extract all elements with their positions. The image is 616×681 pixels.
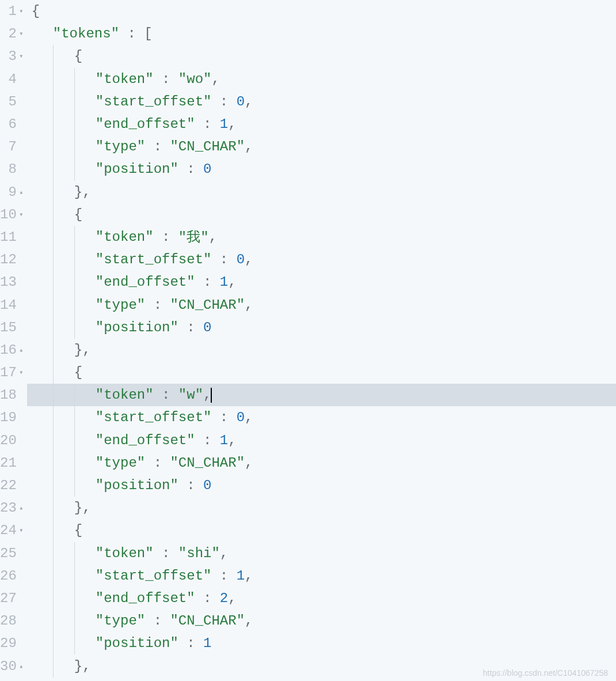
- code-line[interactable]: },: [27, 339, 616, 361]
- code-editor[interactable]: 1▾2▾3▾456789▴10▾111213141516▴17▾18192021…: [0, 0, 616, 681]
- gutter-row: 9▴: [0, 181, 27, 203]
- code-line[interactable]: {: [27, 361, 616, 384]
- indent-guide: [53, 406, 74, 429]
- indent-guide: [74, 158, 96, 180]
- indent-guide: [53, 135, 74, 158]
- indent-guide: [74, 226, 96, 248]
- code-token: },: [74, 659, 91, 674]
- indent-guide: [74, 565, 96, 587]
- code-token: :: [154, 387, 178, 403]
- line-number: 4: [8, 71, 16, 87]
- code-line[interactable]: "position" : 0: [27, 316, 616, 339]
- code-token: {: [74, 523, 82, 538]
- indent-guide: [32, 45, 53, 67]
- fold-toggle-icon[interactable]: ▾: [18, 368, 25, 377]
- fold-collapse-up-icon[interactable]: ▴: [18, 188, 25, 196]
- fold-toggle-icon[interactable]: ▾: [18, 7, 25, 16]
- code-line[interactable]: "type" : "CN_CHAR",: [27, 610, 616, 632]
- code-line[interactable]: "start_offset" : 0,: [27, 90, 616, 113]
- code-token: "start_offset": [96, 94, 212, 109]
- gutter-row: 27: [0, 587, 27, 610]
- line-number: 2: [8, 26, 16, 41]
- text-cursor: [211, 388, 212, 403]
- fold-collapse-up-icon[interactable]: ▴: [18, 346, 25, 354]
- code-line[interactable]: },: [27, 497, 616, 519]
- indent-guide: [53, 542, 74, 565]
- code-line[interactable]: "token" : "我",: [27, 226, 616, 248]
- indent-guide: [32, 316, 53, 339]
- indent-guide: [53, 203, 74, 226]
- indent-guide: [32, 181, 53, 203]
- code-line[interactable]: "end_offset" : 1,: [27, 271, 616, 293]
- code-line[interactable]: {: [27, 519, 616, 542]
- gutter-row: 30▴: [0, 654, 27, 677]
- line-number: 23: [0, 500, 17, 516]
- code-line[interactable]: {: [27, 203, 616, 226]
- code-line[interactable]: "type" : "CN_CHAR",: [27, 293, 616, 316]
- indent-guide: [74, 610, 96, 632]
- code-token: 1: [220, 274, 228, 290]
- fold-toggle-icon[interactable]: ▾: [18, 210, 25, 219]
- line-number: 10: [0, 207, 17, 222]
- fold-collapse-up-icon[interactable]: ▴: [18, 504, 25, 512]
- code-token: :: [145, 455, 170, 471]
- code-line[interactable]: "end_offset" : 1,: [27, 429, 616, 452]
- code-token: :: [145, 139, 170, 154]
- code-token: ,: [245, 410, 253, 425]
- code-token: 0: [237, 94, 245, 109]
- fold-toggle-icon[interactable]: ▾: [18, 29, 25, 38]
- code-line[interactable]: },: [27, 181, 616, 203]
- indent-guide: [74, 90, 96, 113]
- code-line[interactable]: "start_offset" : 1,: [27, 565, 616, 587]
- code-line[interactable]: "end_offset" : 2,: [27, 587, 616, 610]
- code-line[interactable]: {: [27, 45, 616, 67]
- indent-guide: [53, 293, 74, 316]
- code-token: :: [154, 229, 178, 245]
- code-token: {: [32, 3, 40, 19]
- code-token: ,: [228, 591, 236, 606]
- indent-guide: [74, 135, 96, 158]
- line-number: 15: [0, 320, 17, 335]
- code-token: "tokens": [53, 26, 119, 41]
- code-token: "我": [178, 228, 209, 246]
- code-line[interactable]: {: [27, 0, 616, 22]
- gutter-row: 16▴: [0, 339, 27, 361]
- code-token: "type": [96, 455, 145, 471]
- indent-guide: [74, 587, 96, 610]
- line-number: 30: [0, 659, 17, 674]
- code-token: "end_offset": [96, 274, 195, 290]
- code-token: "CN_CHAR": [170, 297, 245, 313]
- code-line[interactable]: "position" : 1: [27, 632, 616, 654]
- line-number: 12: [0, 252, 17, 267]
- code-line[interactable]: "token" : "shi",: [27, 542, 616, 565]
- code-line[interactable]: "type" : "CN_CHAR",: [27, 452, 616, 474]
- code-line[interactable]: "end_offset" : 1,: [27, 113, 616, 135]
- code-line[interactable]: "token" : "w",: [27, 384, 616, 406]
- indent-guide: [74, 113, 96, 135]
- code-line[interactable]: "type" : "CN_CHAR",: [27, 135, 616, 158]
- code-line[interactable]: "token" : "wo",: [27, 68, 616, 90]
- fold-toggle-icon[interactable]: ▾: [18, 526, 25, 535]
- code-line[interactable]: "position" : 0: [27, 158, 616, 180]
- gutter-row: 5: [0, 90, 27, 113]
- fold-toggle-icon[interactable]: ▾: [18, 52, 25, 60]
- code-token: "start_offset": [96, 568, 212, 584]
- indent-guide: [74, 474, 96, 497]
- code-area[interactable]: {"tokens" : [{"token" : "wo","start_offs…: [27, 0, 616, 681]
- code-token: :: [178, 478, 203, 493]
- fold-collapse-up-icon[interactable]: ▴: [18, 662, 25, 671]
- code-token: "end_offset": [96, 433, 195, 448]
- code-token: },: [74, 184, 91, 200]
- code-line[interactable]: "start_offset" : 0,: [27, 248, 616, 271]
- indent-guide: [32, 474, 53, 497]
- line-number: 22: [0, 478, 17, 493]
- line-number: 3: [8, 48, 16, 64]
- code-line[interactable]: "position" : 0: [27, 474, 616, 497]
- indent-guide: [32, 226, 53, 248]
- line-number: 13: [0, 274, 17, 290]
- code-line[interactable]: "start_offset" : 0,: [27, 406, 616, 429]
- code-token: "type": [96, 613, 145, 629]
- indent-guide: [53, 565, 74, 587]
- indent-guide: [53, 361, 74, 384]
- code-line[interactable]: "tokens" : [: [27, 22, 616, 45]
